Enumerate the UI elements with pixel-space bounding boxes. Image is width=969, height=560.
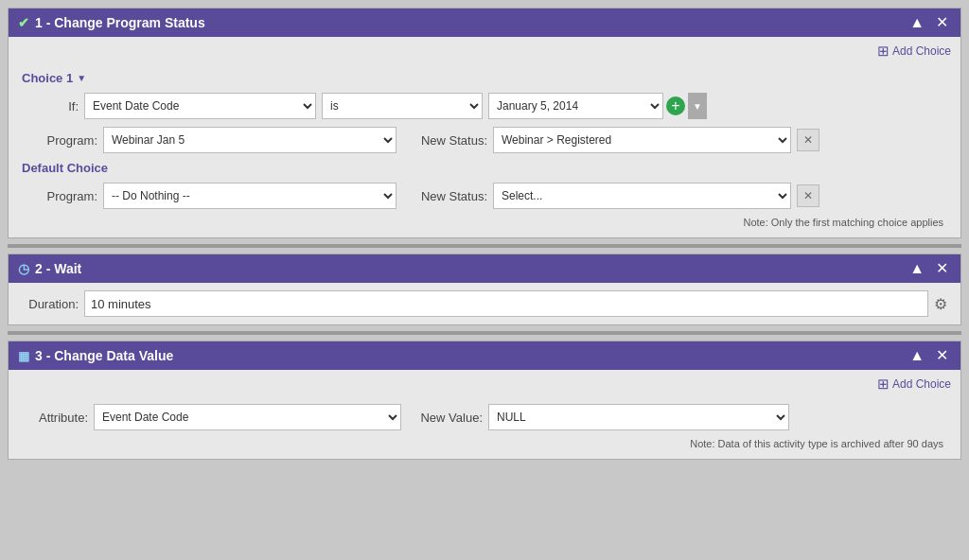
main-container: ✔ 1 - Change Program Status ▲ ✕ ⊞ Add Ch…	[0, 0, 969, 467]
block3-attribute-row: Attribute: Event Date Code New Value: NU…	[22, 404, 947, 430]
default-new-status-select[interactable]: Select...	[493, 183, 791, 209]
default-delete-button[interactable]: ✕	[797, 184, 819, 207]
attribute-label: Attribute:	[22, 411, 88, 425]
block3-close-button[interactable]: ✕	[933, 348, 951, 363]
block1-header: ✔ 1 - Change Program Status ▲ ✕	[9, 9, 960, 37]
duration-input[interactable]	[84, 290, 928, 317]
block1-close-button[interactable]: ✕	[933, 15, 951, 30]
block3-header-left: ▦ 3 - Change Data Value	[18, 348, 173, 363]
block3-header: ▦ 3 - Change Data Value ▲ ✕	[9, 341, 960, 370]
choice1-label[interactable]: Choice 1 ▼	[22, 71, 947, 85]
date-dropdown-arrow[interactable]: ▼	[688, 93, 707, 119]
block1-body: Choice 1 ▼ If: Event Date Code is Januar…	[9, 61, 960, 237]
block2-header-right: ▲ ✕	[907, 261, 951, 276]
is-select[interactable]: is	[322, 93, 483, 119]
if-row: If: Event Date Code is January 5, 2014 +…	[22, 93, 947, 119]
default-program-row: Program: -- Do Nothing -- New Status: Se…	[22, 183, 947, 209]
block3-header-right: ▲ ✕	[907, 348, 951, 363]
program-label: Program:	[22, 133, 97, 148]
new-value-select[interactable]: NULL	[488, 404, 789, 430]
block1-change-program-status: ✔ 1 - Change Program Status ▲ ✕ ⊞ Add Ch…	[8, 8, 961, 238]
choice1-arrow-icon: ▼	[77, 73, 86, 83]
default-program-select[interactable]: -- Do Nothing --	[103, 183, 396, 209]
block3-add-choice-label: Add Choice	[892, 377, 951, 391]
block2-wait: ◷ 2 - Wait ▲ ✕ Duration: ⚙	[8, 254, 961, 325]
event-code-select[interactable]: Event Date Code	[84, 93, 316, 119]
choice1-delete-button[interactable]: ✕	[797, 129, 819, 151]
block1-add-choice-row: ⊞ Add Choice	[9, 37, 960, 61]
block2-close-button[interactable]: ✕	[933, 261, 951, 276]
divider-1-2	[8, 244, 961, 248]
block1-header-right: ▲ ✕	[907, 15, 951, 30]
block3-add-choice-row: ⊞ Add Choice	[9, 370, 960, 394]
block3-note: Note: Data of this activity type is arch…	[22, 438, 947, 449]
block2-up-button[interactable]: ▲	[907, 261, 927, 276]
program-row: Program: Webinar Jan 5 New Status: Webin…	[22, 127, 947, 153]
block1-add-choice-label: Add Choice	[892, 44, 951, 58]
default-choice-label: Default Choice	[22, 161, 947, 175]
duration-label: Duration:	[22, 297, 79, 311]
block2-header: ◷ 2 - Wait ▲ ✕	[9, 254, 960, 283]
default-new-status-label: New Status:	[402, 189, 487, 203]
new-value-label: New Value:	[407, 411, 483, 425]
block1-add-choice-button[interactable]: ⊞ Add Choice	[877, 43, 951, 60]
attribute-select[interactable]: Event Date Code	[94, 404, 401, 430]
new-status-select[interactable]: Webinar > Registered	[493, 127, 791, 153]
block3-add-choice-icon: ⊞	[877, 376, 890, 393]
block3-body: Attribute: Event Date Code New Value: NU…	[9, 394, 960, 459]
block2-clock-icon: ◷	[18, 261, 29, 276]
block1-title: 1 - Change Program Status	[35, 15, 205, 30]
block2-duration-row: Duration: ⚙	[9, 283, 960, 324]
block1-note: Note: Only the first matching choice app…	[22, 217, 947, 228]
date-field-group: January 5, 2014 + ▼	[488, 93, 707, 119]
block1-check-icon: ✔	[18, 15, 29, 30]
block3-add-choice-button[interactable]: ⊞ Add Choice	[877, 376, 951, 393]
block3-data-icon: ▦	[18, 349, 29, 363]
block2-title: 2 - Wait	[35, 261, 81, 276]
block3-up-button[interactable]: ▲	[907, 348, 927, 363]
block1-header-left: ✔ 1 - Change Program Status	[18, 15, 205, 30]
choice1-label-text: Choice 1	[22, 71, 73, 85]
duration-gear-button[interactable]: ⚙	[934, 295, 947, 313]
add-choice-icon: ⊞	[877, 43, 890, 60]
if-label: If:	[22, 99, 79, 114]
program-select[interactable]: Webinar Jan 5	[103, 127, 396, 153]
divider-2-3	[8, 331, 961, 335]
date-select[interactable]: January 5, 2014	[488, 93, 663, 119]
block1-up-button[interactable]: ▲	[907, 15, 927, 30]
block2-header-left: ◷ 2 - Wait	[18, 261, 81, 276]
add-date-button[interactable]: +	[666, 96, 685, 115]
new-status-label: New Status:	[402, 133, 487, 148]
block3-title: 3 - Change Data Value	[35, 348, 173, 363]
default-program-label: Program:	[22, 189, 97, 203]
block3-change-data-value: ▦ 3 - Change Data Value ▲ ✕ ⊞ Add Choice…	[8, 341, 961, 460]
